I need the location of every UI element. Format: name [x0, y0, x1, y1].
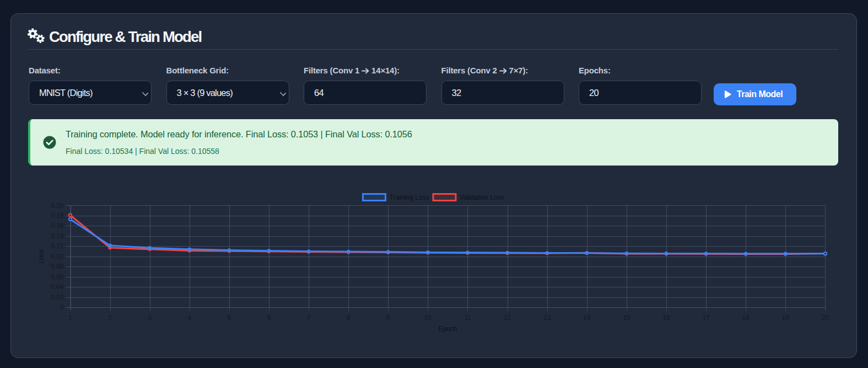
svg-text:11: 11 — [464, 314, 471, 322]
svg-text:13: 13 — [543, 314, 551, 322]
svg-text:16: 16 — [662, 314, 670, 322]
svg-text:0.04: 0.04 — [51, 283, 64, 291]
svg-text:0.18: 0.18 — [51, 212, 64, 220]
svg-text:5: 5 — [228, 314, 231, 322]
svg-text:20: 20 — [822, 314, 829, 322]
svg-text:19: 19 — [782, 314, 790, 322]
svg-text:0.02: 0.02 — [51, 294, 64, 301]
svg-text:12: 12 — [504, 314, 511, 322]
svg-text:0.14: 0.14 — [51, 232, 64, 240]
svg-text:0.12: 0.12 — [51, 242, 64, 250]
svg-text:7: 7 — [307, 314, 311, 322]
svg-text:8: 8 — [347, 314, 351, 322]
svg-text:1: 1 — [68, 314, 72, 322]
svg-text:15: 15 — [623, 314, 630, 322]
svg-text:0.08: 0.08 — [51, 263, 64, 270]
svg-text:10: 10 — [424, 314, 432, 322]
svg-text:2: 2 — [108, 314, 112, 322]
svg-text:17: 17 — [702, 314, 710, 322]
svg-text:4: 4 — [187, 314, 191, 322]
svg-text:9: 9 — [386, 314, 390, 322]
svg-text:Validation Loss: Validation Loss — [460, 194, 504, 201]
svg-text:6: 6 — [267, 314, 271, 322]
svg-text:0.10: 0.10 — [51, 253, 64, 260]
svg-text:0.16: 0.16 — [51, 222, 64, 230]
svg-text:3: 3 — [148, 314, 152, 322]
svg-text:Epoch: Epoch — [438, 325, 457, 333]
svg-text:0: 0 — [60, 303, 64, 311]
svg-text:Training Loss: Training Loss — [390, 194, 429, 201]
svg-text:0.06: 0.06 — [51, 273, 64, 281]
svg-text:0.20: 0.20 — [51, 202, 64, 210]
svg-text:Loss: Loss — [37, 249, 45, 263]
svg-text:14: 14 — [583, 314, 591, 322]
svg-text:18: 18 — [742, 314, 750, 322]
